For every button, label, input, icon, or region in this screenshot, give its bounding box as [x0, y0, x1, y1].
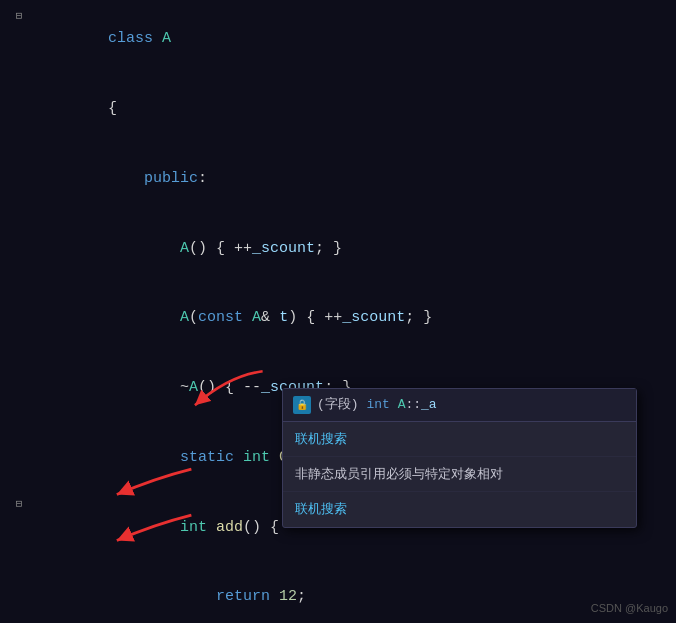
line-9: return 12; — [8, 562, 676, 623]
popup-header: 🔒 (字段) int A::_a — [283, 389, 636, 422]
popup-link-2[interactable]: 联机搜索 — [283, 492, 636, 526]
line-content-4: A() { ++_scount; } — [30, 213, 676, 283]
autocomplete-popup: 🔒 (字段) int A::_a 联机搜索 非静态成员引用必须与特定对象相对 联… — [282, 388, 637, 528]
code-editor: ⊟ class A { public: A() { ++_scount; } — [0, 0, 676, 623]
field-icon: 🔒 — [293, 396, 311, 414]
class-name-a: A — [162, 30, 171, 47]
line-content-2: { — [30, 74, 676, 144]
line-4: A() { ++_scount; } — [8, 213, 676, 283]
popup-header-text: (字段) int A::_a — [317, 395, 437, 415]
keyword-class: class — [108, 30, 153, 47]
line-content-1: class A — [30, 4, 676, 74]
line-1: ⊟ class A — [8, 4, 676, 74]
line-3: public: — [8, 144, 676, 214]
popup-link-1[interactable]: 联机搜索 — [283, 422, 636, 457]
code-area: ⊟ class A { public: A() { ++_scount; } — [0, 0, 676, 623]
line-content-9: return 12; — [30, 562, 676, 623]
popup-text-1: 非静态成员引用必须与特定对象相对 — [283, 457, 636, 492]
fold-gutter-8[interactable]: ⊟ — [8, 496, 30, 513]
fold-gutter-1[interactable]: ⊟ — [8, 8, 30, 25]
watermark: CSDN @Kaugo — [591, 600, 668, 617]
line-5: A(const A& t) { ++_scount; } — [8, 283, 676, 353]
line-content-3: public: — [30, 144, 676, 214]
line-2: { — [8, 74, 676, 144]
line-content-5: A(const A& t) { ++_scount; } — [30, 283, 676, 353]
